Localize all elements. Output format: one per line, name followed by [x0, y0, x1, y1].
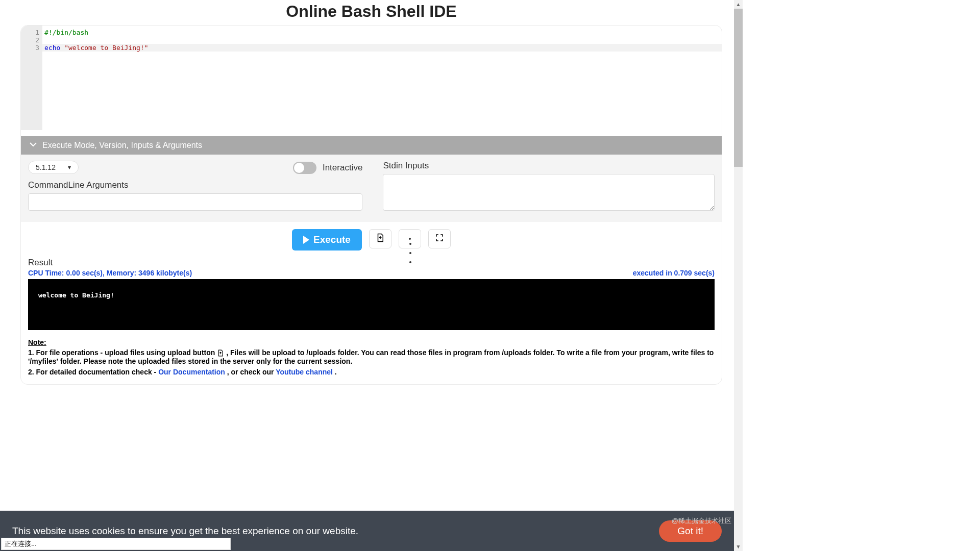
fullscreen-icon — [435, 233, 444, 244]
play-icon — [303, 236, 309, 244]
note-text: . — [335, 368, 337, 376]
scroll-down-arrow-icon[interactable]: ▼ — [734, 542, 743, 551]
version-select[interactable]: 5.1.12 ▾ — [28, 161, 79, 174]
toggle-knob — [294, 163, 304, 173]
editor-gutter: 1 2 3 — [21, 26, 42, 130]
scroll-thumb[interactable] — [734, 9, 743, 167]
ellipsis-icon — [409, 238, 411, 240]
docs-link[interactable]: Our Documentation — [158, 368, 225, 376]
interactive-label: Interactive — [323, 163, 362, 173]
page-title: Online Bash Shell IDE — [0, 0, 743, 21]
metrics-left: CPU Time: 0.00 sec(s), Memory: 3496 kilo… — [28, 269, 192, 277]
line-number: 2 — [21, 36, 39, 44]
watermark: @稀土掘金技术社区 — [672, 516, 731, 525]
options-toggle-bar[interactable]: Execute Mode, Version, Inputs & Argument… — [21, 136, 722, 155]
action-row: Execute — [21, 222, 722, 258]
code-token: "welcome to BeiJing!" — [64, 44, 148, 52]
code-editor[interactable]: 1 2 3 #!/bin/bash echo "welcome to BeiJi… — [21, 26, 722, 130]
result-label: Result — [28, 258, 715, 268]
execute-label: Execute — [313, 234, 351, 245]
options-area: 5.1.12 ▾ Interactive CommandLine Argumen… — [21, 155, 722, 222]
line-number: 1 — [21, 29, 39, 36]
interactive-toggle[interactable] — [293, 162, 316, 174]
notes-section: Note: 1. For file operations - upload fi… — [28, 338, 715, 376]
youtube-link[interactable]: Youtube channel — [276, 368, 333, 376]
metrics-right: executed in 0.709 sec(s) — [633, 269, 715, 277]
file-upload-icon — [376, 233, 385, 244]
notes-title: Note: — [28, 338, 46, 346]
options-header-label: Execute Mode, Version, Inputs & Argument… — [42, 141, 202, 150]
ide-panel: 1 2 3 #!/bin/bash echo "welcome to BeiJi… — [20, 25, 722, 385]
line-number: 3 — [21, 44, 39, 52]
stdin-input[interactable] — [383, 174, 715, 211]
stdin-label: Stdin Inputs — [383, 161, 715, 171]
note-text: 1. For file operations - upload files us… — [28, 348, 217, 357]
result-metrics: CPU Time: 0.00 sec(s), Memory: 3496 kilo… — [28, 269, 715, 277]
cookie-text: This website uses cookies to ensure you … — [12, 525, 358, 537]
browser-status-popup: 正在连接... — [1, 538, 231, 550]
code-area[interactable]: #!/bin/bash echo "welcome to BeiJing!" — [42, 26, 722, 130]
more-button[interactable] — [399, 229, 421, 248]
execute-button[interactable]: Execute — [292, 229, 362, 251]
fullscreen-button[interactable] — [428, 229, 451, 248]
page-scrollbar[interactable]: ▲ ▼ — [734, 0, 743, 551]
chevron-down-icon — [29, 140, 37, 151]
scroll-up-arrow-icon[interactable]: ▲ — [734, 0, 743, 9]
version-selected: 5.1.12 — [36, 163, 56, 171]
note-text: , or check our — [227, 368, 276, 376]
file-upload-icon — [217, 349, 224, 357]
caret-down-icon: ▾ — [68, 164, 71, 171]
note-text: 2. For detailed documentation check - — [28, 368, 158, 376]
upload-button[interactable] — [369, 229, 391, 248]
cmdline-input[interactable] — [28, 193, 362, 211]
code-token: #!/bin/bash — [44, 29, 88, 36]
code-token: echo — [44, 44, 64, 52]
cmdline-label: CommandLine Arguments — [28, 180, 362, 190]
output-console[interactable]: welcome to BeiJing! — [28, 279, 715, 330]
